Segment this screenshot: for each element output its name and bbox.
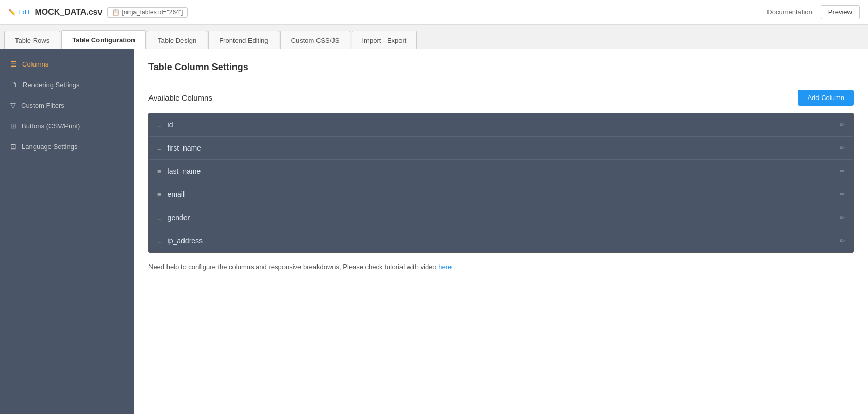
edit-column-icon-gender[interactable]: ✏: [840, 214, 845, 221]
available-columns-label: Available Columns: [148, 93, 212, 102]
sidebar-label-columns: Columns: [22, 60, 48, 68]
drag-icon-id: ≡: [157, 121, 161, 129]
column-row-id[interactable]: ≡ id ✏: [149, 113, 853, 137]
sidebar-item-columns[interactable]: ☰ Columns: [0, 54, 134, 74]
column-name-first-name: first_name: [168, 144, 201, 152]
filter-icon: ▽: [10, 101, 16, 109]
column-name-email: email: [168, 190, 185, 198]
column-row-first-name[interactable]: ≡ first_name ✏: [149, 137, 853, 160]
edit-column-icon-id[interactable]: ✏: [840, 121, 845, 128]
buttons-icon: ⊞: [10, 122, 16, 130]
sidebar-item-rendering-settings[interactable]: 🗋 Rendering Settings: [0, 74, 134, 95]
drag-icon-email: ≡: [157, 191, 161, 198]
tab-custom-css-js[interactable]: Custom CSS/JS: [280, 31, 350, 49]
column-left-last-name: ≡ last_name: [157, 167, 201, 175]
column-left-first-name: ≡ first_name: [157, 144, 201, 152]
sidebar-label-buttons: Buttons (CSV/Print): [22, 122, 80, 130]
shortcode-badge: 📋 [ninja_tables id="264"]: [107, 7, 188, 18]
column-name-gender: gender: [168, 213, 190, 222]
main-layout: ☰ Columns 🗋 Rendering Settings ▽ Custom …: [0, 49, 868, 414]
column-left-email: ≡ email: [157, 190, 185, 198]
add-column-button[interactable]: Add Column: [798, 90, 854, 106]
edit-column-icon-first-name[interactable]: ✏: [840, 144, 845, 152]
edit-link[interactable]: ✏️ Edit: [8, 8, 29, 16]
edit-column-icon-ip-address[interactable]: ✏: [840, 237, 845, 244]
available-columns-header: Available Columns Add Column: [148, 90, 854, 106]
sidebar-label-rendering: Rendering Settings: [23, 81, 80, 89]
language-icon: ⊡: [10, 142, 16, 151]
help-text-content: Need help to configure the columns and r…: [148, 263, 437, 271]
tab-table-design[interactable]: Table Design: [147, 31, 207, 49]
content-area: Table Column Settings Available Columns …: [134, 49, 868, 414]
column-row-gender[interactable]: ≡ gender ✏: [149, 206, 853, 229]
drag-icon-first-name: ≡: [157, 144, 161, 152]
tab-table-configuration[interactable]: Table Configuration: [61, 30, 146, 49]
header-left: ✏️ Edit MOCK_DATA.csv 📋 [ninja_tables id…: [8, 7, 188, 18]
drag-icon-last-name: ≡: [157, 168, 161, 175]
column-list: ≡ id ✏ ≡ first_name ✏ ≡ last_name ✏: [148, 113, 854, 253]
column-left-ip-address: ≡ ip_address: [157, 237, 203, 245]
rendering-icon: 🗋: [10, 80, 18, 89]
column-row-email[interactable]: ≡ email ✏: [149, 183, 853, 206]
header-right: Documentation Preview: [767, 5, 860, 19]
tab-bar: Table Rows Table Configuration Table Des…: [0, 25, 868, 49]
edit-label: Edit: [18, 8, 29, 16]
shortcode-icon: 📋: [112, 9, 120, 16]
sidebar-label-filters: Custom Filters: [21, 102, 64, 109]
sidebar-label-language: Language Settings: [22, 143, 77, 151]
help-text: Need help to configure the columns and r…: [148, 263, 854, 271]
edit-column-icon-email[interactable]: ✏: [840, 191, 845, 198]
sidebar: ☰ Columns 🗋 Rendering Settings ▽ Custom …: [0, 49, 134, 414]
shortcode-text: [ninja_tables id="264"]: [122, 9, 183, 16]
tab-frontend-editing[interactable]: Frontend Editing: [208, 31, 279, 49]
sidebar-item-custom-filters[interactable]: ▽ Custom Filters: [0, 95, 134, 115]
edit-icon: ✏️: [8, 9, 16, 16]
column-left-gender: ≡ gender: [157, 213, 190, 222]
column-name-last-name: last_name: [168, 167, 201, 175]
documentation-link[interactable]: Documentation: [767, 8, 812, 16]
preview-button[interactable]: Preview: [821, 5, 860, 19]
tab-table-rows[interactable]: Table Rows: [4, 31, 60, 49]
tab-import-export[interactable]: Import - Export: [352, 31, 418, 49]
column-row-last-name[interactable]: ≡ last_name ✏: [149, 160, 853, 183]
header-bar: ✏️ Edit MOCK_DATA.csv 📋 [ninja_tables id…: [0, 0, 868, 25]
column-row-ip-address[interactable]: ≡ ip_address ✏: [149, 229, 853, 252]
section-title: Table Column Settings: [148, 62, 854, 79]
column-name-ip-address: ip_address: [168, 237, 203, 245]
column-left-id: ≡ id: [157, 121, 173, 129]
drag-icon-ip-address: ≡: [157, 237, 161, 245]
help-link[interactable]: here: [438, 263, 452, 271]
drag-icon-gender: ≡: [157, 214, 161, 222]
edit-column-icon-last-name[interactable]: ✏: [840, 168, 845, 175]
columns-icon: ☰: [10, 60, 17, 68]
column-name-id: id: [168, 121, 173, 129]
file-title: MOCK_DATA.csv: [35, 8, 102, 17]
sidebar-item-language-settings[interactable]: ⊡ Language Settings: [0, 136, 134, 157]
sidebar-item-buttons-csv-print[interactable]: ⊞ Buttons (CSV/Print): [0, 115, 134, 136]
